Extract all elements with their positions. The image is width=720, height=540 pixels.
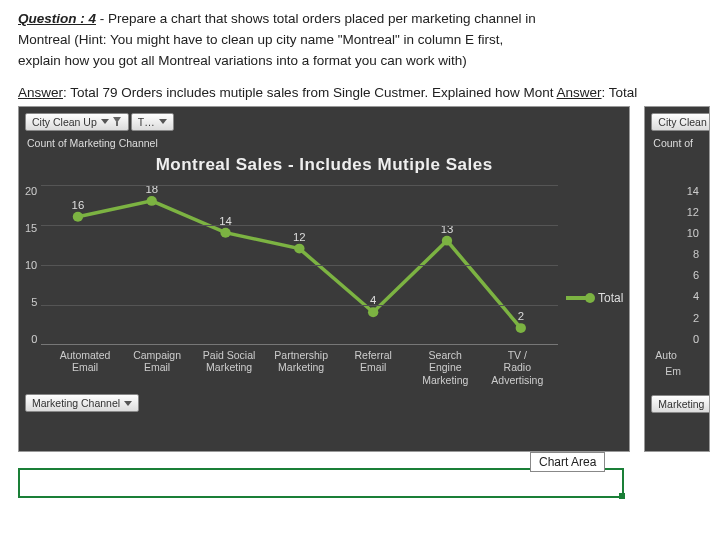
- answer-label-2: Answer: [557, 85, 602, 100]
- question-label: Question : 4: [18, 11, 96, 26]
- main-chart-card[interactable]: City Clean Up T… Count of Marketing Chan…: [18, 106, 630, 452]
- side-y-axis: 14121086420: [651, 185, 703, 345]
- side-city-filter-button[interactable]: City Clean: [651, 113, 710, 131]
- marketing-channel-label: Marketing Channel: [32, 397, 120, 409]
- chevron-down-icon: [101, 119, 109, 124]
- legend-label: Total: [598, 291, 623, 305]
- side-marketing-channel-button[interactable]: Marketing: [651, 395, 710, 413]
- plot-area[interactable]: 161814124132: [41, 185, 558, 345]
- question-text-l2: Montreal (Hint: You might have to clean …: [18, 31, 710, 50]
- side-chart-card[interactable]: City Clean Count of 14121086420 Auto Em …: [644, 106, 710, 452]
- x-tick: TV /Radio Advertising: [481, 345, 553, 387]
- x-tick: CampaignEmail: [121, 345, 193, 387]
- x-tick: Paid SocialMarketing: [193, 345, 265, 387]
- chevron-down-icon: [124, 401, 132, 406]
- city-filter-label: City Clean Up: [32, 116, 97, 128]
- y-axis: 20151050: [25, 185, 41, 345]
- svg-text:16: 16: [72, 199, 85, 211]
- chart-area-tooltip: Chart Area: [530, 452, 605, 472]
- svg-point-4: [221, 227, 231, 237]
- secondary-filter-label: T…: [138, 116, 155, 128]
- funnel-icon: [113, 117, 122, 126]
- svg-text:2: 2: [518, 310, 524, 322]
- question-text-l1: - Prepare a chart that shows total order…: [96, 11, 536, 26]
- x-tick: ReferralEmail: [337, 345, 409, 387]
- svg-point-10: [442, 235, 452, 245]
- legend-swatch-icon: [566, 296, 592, 300]
- side-x-label-0: Auto: [651, 349, 703, 361]
- legend[interactable]: Total: [566, 251, 623, 345]
- svg-point-0: [73, 212, 83, 222]
- svg-point-6: [294, 243, 304, 253]
- secondary-filter-button[interactable]: T…: [131, 113, 174, 131]
- selected-cell[interactable]: [18, 468, 624, 498]
- answer-text-2: : Total: [602, 85, 638, 100]
- side-marketing-channel-label: Marketing: [658, 398, 704, 410]
- svg-point-2: [147, 196, 157, 206]
- chevron-down-icon: [159, 119, 167, 124]
- city-filter-button[interactable]: City Clean Up: [25, 113, 129, 131]
- question-text-l3: explain how you got all Montreal variati…: [18, 52, 710, 71]
- svg-point-8: [368, 307, 378, 317]
- chart-title: Montreal Sales - Includes Mutiple Sales: [25, 155, 623, 175]
- x-axis: AutomatedEmailCampaignEmailPaid SocialMa…: [49, 345, 553, 387]
- answer-text: : Total 79 Orders includes mutiple sales…: [63, 85, 557, 100]
- side-x-label-1: Em: [651, 365, 703, 377]
- x-tick: Search EngineMarketing: [409, 345, 481, 387]
- x-tick: AutomatedEmail: [49, 345, 121, 387]
- count-of-label: Count of Marketing Channel: [27, 137, 621, 149]
- answer-label: Answer: [18, 85, 63, 100]
- side-count-label: Count of: [653, 137, 701, 149]
- svg-point-12: [516, 323, 526, 333]
- svg-text:12: 12: [293, 231, 306, 243]
- marketing-channel-button[interactable]: Marketing Channel: [25, 394, 139, 412]
- x-tick: PartnershipMarketing: [265, 345, 337, 387]
- side-city-filter-label: City Clean: [658, 116, 706, 128]
